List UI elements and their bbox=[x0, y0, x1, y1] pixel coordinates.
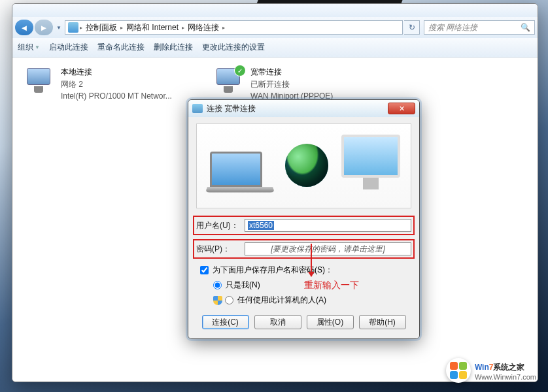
chevron-right-icon: ▸ bbox=[80, 25, 82, 31]
back-button[interactable]: ◄ bbox=[15, 20, 33, 35]
close-button[interactable]: ✕ bbox=[388, 103, 415, 114]
only-me-label: 只是我(N) bbox=[226, 280, 260, 291]
dialog-button-row: 连接(C) 取消 属性(O) 帮助(H) bbox=[196, 315, 411, 329]
chevron-right-icon: ▸ bbox=[222, 25, 225, 31]
save-credentials-row: 为下面用户保存用户名和密码(S)： bbox=[200, 265, 411, 276]
forward-button[interactable]: ► bbox=[35, 20, 53, 35]
password-input[interactable]: [要更改保存的密码，请单击这里] bbox=[245, 242, 411, 255]
username-input[interactable]: xt6560 bbox=[245, 219, 411, 232]
only-me-radio[interactable] bbox=[213, 281, 222, 289]
dialog-title: 连接 宽带连接 bbox=[207, 103, 388, 114]
refresh-button[interactable]: ↻ bbox=[404, 20, 420, 35]
dialog-titlebar: 连接 宽带连接 ✕ bbox=[188, 100, 419, 117]
cancel-button[interactable]: 取消 bbox=[254, 315, 301, 329]
search-icon: 🔍 bbox=[521, 23, 530, 32]
connect-button[interactable]: 连接(C) bbox=[202, 315, 249, 329]
wm-url: Www.Winwin7.com bbox=[475, 373, 536, 381]
toolbar-change-settings[interactable]: 更改此连接的设置 bbox=[202, 42, 265, 53]
dialog-icon bbox=[192, 104, 203, 113]
chevron-right-icon: ▸ bbox=[182, 25, 184, 31]
dialog-illustration bbox=[196, 123, 411, 208]
connection-name: 本地连接 bbox=[61, 67, 172, 78]
save-credentials-label: 为下面用户保存用户名和密码(S)： bbox=[213, 265, 333, 276]
windows-logo-icon bbox=[446, 358, 471, 383]
connection-local[interactable]: 本地连接 网络 2 Intel(R) PRO/1000 MT Networ... bbox=[24, 67, 194, 101]
connection-device: Intel(R) PRO/1000 MT Networ... bbox=[61, 91, 172, 101]
toolbar-rename-connection[interactable]: 重命名此连接 bbox=[97, 42, 145, 53]
wm-brand-pre: Win bbox=[475, 363, 489, 372]
connection-status: 网络 2 bbox=[61, 79, 172, 90]
chevron-right-icon: ▸ bbox=[120, 25, 123, 31]
password-row: 密码(P)： [要更改保存的密码，请单击这里] bbox=[195, 241, 413, 257]
properties-button[interactable]: 属性(O) bbox=[307, 315, 354, 329]
search-input[interactable]: 搜索 网络连接 🔍 bbox=[424, 20, 535, 35]
globe-icon bbox=[285, 144, 328, 187]
toolbar-start-connection[interactable]: 启动此连接 bbox=[49, 42, 88, 53]
connect-dialog: 连接 宽带连接 ✕ 用户名(U)： xt6560 密码(P)： [要更改保存的密… bbox=[188, 99, 420, 339]
annotation-text: 重新输入一下 bbox=[304, 280, 359, 291]
username-row: 用户名(U)： xt6560 bbox=[195, 218, 413, 233]
toolbar: 组织 ▼ 启动此连接 重命名此连接 删除此连接 更改此连接的设置 bbox=[12, 38, 538, 57]
help-button[interactable]: 帮助(H) bbox=[359, 315, 406, 329]
connection-name: 宽带连接 bbox=[250, 67, 333, 78]
search-placeholder: 搜索 网络连接 bbox=[428, 22, 477, 33]
anyone-row: 任何使用此计算机的人(A) bbox=[213, 295, 411, 306]
username-label: 用户名(U)： bbox=[196, 220, 245, 231]
network-adapter-icon: ✓ bbox=[214, 67, 245, 93]
breadcrumb-box[interactable]: ▸ 控制面板 ▸ 网络和 Internet ▸ 网络连接 ▸ bbox=[65, 20, 403, 35]
annotation-arrow bbox=[311, 244, 312, 276]
connection-broadband[interactable]: ✓ 宽带连接 已断开连接 WAN Miniport (PPPOE) bbox=[214, 67, 384, 101]
crumb-control-panel[interactable]: 控制面板 bbox=[84, 22, 119, 33]
wm-brand-post: 系统之家 bbox=[493, 363, 524, 372]
connection-status: 已断开连接 bbox=[250, 79, 333, 90]
crumb-network-connections[interactable]: 网络连接 bbox=[186, 22, 221, 33]
titlebar bbox=[12, 4, 538, 17]
anyone-label: 任何使用此计算机的人(A) bbox=[237, 295, 326, 306]
toolbar-delete-connection[interactable]: 删除此连接 bbox=[154, 42, 193, 53]
address-bar: ◄ ► ▼ ▸ 控制面板 ▸ 网络和 Internet ▸ 网络连接 ▸ ↻ 搜… bbox=[12, 17, 538, 38]
save-credentials-checkbox[interactable] bbox=[200, 266, 209, 274]
location-icon bbox=[68, 22, 78, 33]
check-badge-icon: ✓ bbox=[235, 65, 245, 76]
crumb-network-internet[interactable]: 网络和 Internet bbox=[124, 22, 180, 33]
watermark: Win7系统之家 Www.Winwin7.com bbox=[446, 358, 536, 383]
shield-icon bbox=[213, 296, 222, 305]
anyone-radio[interactable] bbox=[225, 296, 233, 304]
password-label: 密码(P)： bbox=[196, 244, 245, 255]
toolbar-organize[interactable]: 组织 ▼ bbox=[18, 42, 40, 53]
nav-history-dropdown[interactable]: ▼ bbox=[54, 20, 63, 35]
network-adapter-icon bbox=[24, 67, 56, 93]
